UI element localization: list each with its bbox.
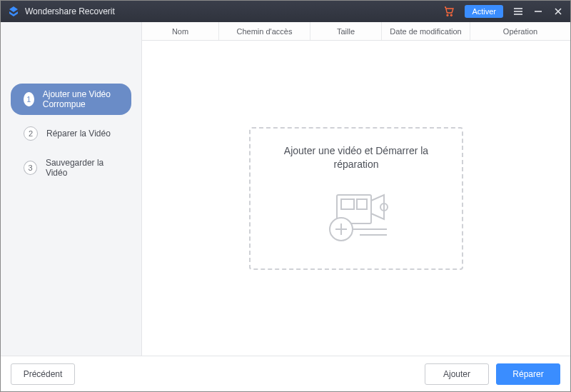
step-label: Ajouter une Vidéo Corrompue <box>43 89 123 109</box>
th-path[interactable]: Chemin d'accès <box>219 22 310 40</box>
menu-icon[interactable] <box>513 6 523 16</box>
svg-rect-10 <box>357 199 367 209</box>
minimize-icon[interactable] <box>533 6 543 16</box>
step-number: 3 <box>24 161 37 175</box>
add-button[interactable]: Ajouter <box>425 363 489 385</box>
svg-point-0 <box>447 14 448 16</box>
main-panel: Nom Chemin d'accès Taille Date de modifi… <box>142 22 570 356</box>
activate-button[interactable]: Activer <box>465 5 503 18</box>
th-modified[interactable]: Date de modification <box>382 22 470 40</box>
repair-button[interactable]: Réparer <box>496 363 560 385</box>
titlebar: Wondershare Recoverit Activer <box>1 1 570 22</box>
app-window: Wondershare Recoverit Activer 1 Ajouter … <box>0 0 571 392</box>
camera-add-icon <box>317 185 395 252</box>
step-repair-video[interactable]: 2 Réparer la Vidéo <box>11 121 131 146</box>
step-number: 1 <box>24 92 34 106</box>
th-name[interactable]: Nom <box>142 22 219 40</box>
th-size[interactable]: Taille <box>310 22 382 40</box>
dropzone[interactable]: Ajouter une vidéo et Démarrer la réparat… <box>249 127 463 270</box>
svg-point-1 <box>451 14 453 16</box>
app-logo-icon <box>8 6 19 17</box>
svg-rect-9 <box>341 199 354 209</box>
dropzone-caption: Ajouter une vidéo et Démarrer la réparat… <box>271 144 442 172</box>
close-icon[interactable] <box>553 6 563 16</box>
step-label: Sauvegarder la Vidéo <box>46 158 123 178</box>
app-title: Wondershare Recoverit <box>25 6 115 16</box>
footer: Précédent Ajouter Réparer <box>1 356 570 391</box>
content-area: Ajouter une vidéo et Démarrer la réparat… <box>142 41 570 356</box>
step-add-video[interactable]: 1 Ajouter une Vidéo Corrompue <box>11 84 131 115</box>
step-number: 2 <box>24 126 38 141</box>
step-save-video[interactable]: 3 Sauvegarder la Vidéo <box>11 152 131 184</box>
sidebar: 1 Ajouter une Vidéo Corrompue 2 Réparer … <box>1 22 142 356</box>
th-operation[interactable]: Opération <box>470 22 570 40</box>
step-label: Réparer la Vidéo <box>46 129 111 139</box>
table-header: Nom Chemin d'accès Taille Date de modifi… <box>142 22 570 41</box>
back-button[interactable]: Précédent <box>11 363 75 385</box>
cart-icon[interactable] <box>443 6 455 17</box>
